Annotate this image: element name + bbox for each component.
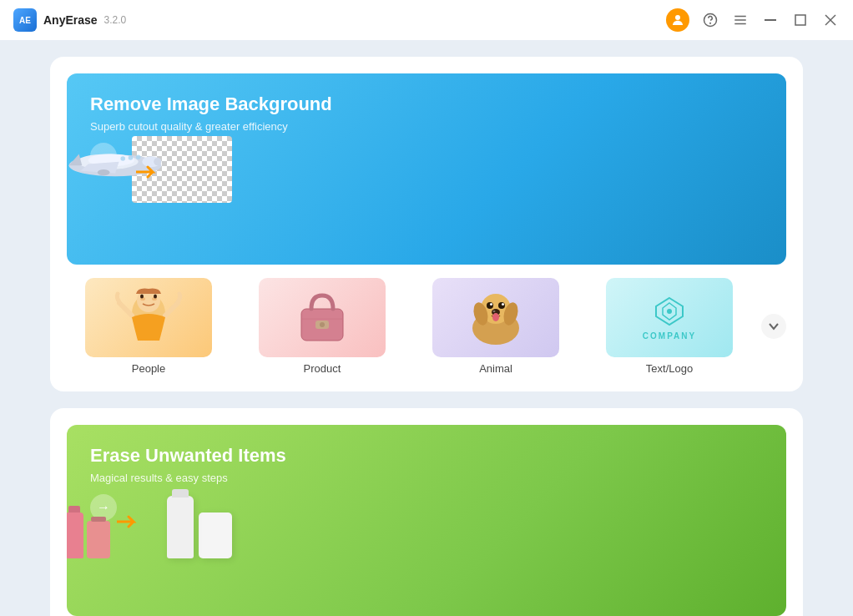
svg-point-16 — [129, 155, 134, 160]
titlebar: AE AnyErase 3.2.0 — [0, 0, 853, 40]
help-button[interactable] — [701, 11, 719, 29]
category-people-thumb — [85, 278, 212, 357]
category-textlogo-thumb: COMPANY — [606, 278, 733, 357]
bottle1 — [67, 512, 83, 558]
category-product[interactable]: Product — [240, 278, 404, 375]
white-bottle2 — [199, 512, 232, 558]
svg-point-0 — [675, 15, 680, 20]
banner2-image — [67, 483, 232, 558]
category-animal[interactable]: Animal — [414, 278, 578, 375]
app-logo: AE — [13, 8, 37, 32]
svg-point-26 — [154, 295, 157, 299]
remove-background-banner: Remove Image Background Superb cutout qu… — [67, 73, 786, 265]
category-animal-thumb — [432, 278, 559, 357]
titlebar-right — [666, 8, 840, 32]
banner2-title: Erase Unwanted Items — [90, 445, 763, 467]
category-product-thumb — [259, 278, 386, 357]
erase-arrow — [117, 513, 142, 533]
svg-point-44 — [492, 313, 499, 321]
svg-point-15 — [120, 156, 125, 161]
svg-point-20 — [98, 169, 110, 175]
product-illustration — [285, 282, 360, 353]
titlebar-left: AE AnyErase 3.2.0 — [13, 8, 126, 32]
app-name: AnyErase — [43, 13, 98, 27]
svg-point-40 — [490, 303, 492, 305]
bottle2 — [87, 521, 110, 558]
erase-items-card: Erase Unwanted Items Magical results & e… — [50, 408, 803, 616]
company-logo: COMPANY — [643, 295, 696, 341]
banner1-subtitle: Superb cutout quality & greater efficien… — [90, 120, 763, 133]
svg-point-25 — [140, 295, 144, 299]
avatar[interactable] — [666, 8, 689, 32]
categories-chevron-button[interactable] — [761, 314, 786, 339]
plane-arrow — [136, 164, 161, 184]
main-content: Remove Image Background Superb cutout qu… — [0, 40, 853, 616]
before-items — [67, 512, 110, 558]
minimize-button[interactable] — [761, 11, 780, 29]
svg-point-32 — [320, 322, 325, 327]
category-people-label: People — [132, 362, 165, 375]
people-illustration — [111, 282, 186, 353]
app-version: 3.2.0 — [104, 14, 127, 26]
banner1-image — [67, 132, 232, 207]
banner2-subtitle: Magical results & easy steps — [90, 472, 763, 484]
svg-point-17 — [136, 154, 141, 159]
svg-marker-13 — [69, 154, 83, 165]
close-button[interactable] — [821, 11, 840, 29]
company-text: COMPANY — [643, 331, 696, 341]
svg-point-45 — [667, 309, 672, 314]
banner1-title: Remove Image Background — [90, 93, 763, 115]
category-textlogo[interactable]: COMPANY Text/Logo — [588, 278, 751, 375]
svg-point-41 — [502, 303, 504, 305]
category-list: People — [67, 278, 786, 375]
svg-line-27 — [119, 303, 132, 316]
svg-rect-6 — [765, 19, 776, 21]
category-product-label: Product — [304, 362, 341, 375]
menu-button[interactable] — [731, 11, 750, 29]
remove-background-card: Remove Image Background Superb cutout qu… — [50, 57, 803, 391]
svg-point-43 — [493, 311, 496, 312]
after-items — [167, 496, 232, 558]
svg-point-39 — [498, 302, 505, 309]
maximize-button[interactable] — [791, 11, 810, 29]
category-animal-label: Animal — [479, 362, 512, 375]
category-people[interactable]: People — [67, 278, 230, 375]
animal-illustration — [458, 282, 533, 353]
erase-items-banner: Erase Unwanted Items Magical results & e… — [67, 425, 786, 616]
svg-line-28 — [165, 303, 178, 316]
cosmetics-illustration — [67, 483, 232, 558]
company-diamond-icon — [653, 295, 686, 328]
svg-point-38 — [487, 302, 493, 309]
svg-point-2 — [710, 23, 711, 23]
white-bottle — [167, 496, 194, 558]
svg-rect-7 — [795, 15, 805, 25]
category-textlogo-label: Text/Logo — [646, 362, 693, 375]
